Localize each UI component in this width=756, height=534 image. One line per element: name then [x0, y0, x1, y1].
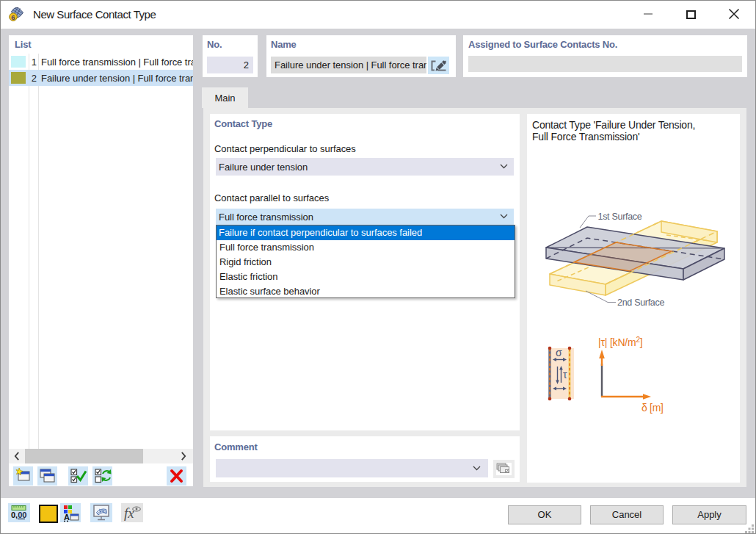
svg-text:2nd Surface: 2nd Surface — [617, 297, 664, 308]
svg-text:τ: τ — [563, 369, 567, 380]
svg-text:σ: σ — [556, 347, 562, 358]
svg-text:δ [m]: δ [m] — [641, 402, 664, 414]
svg-text:0,00: 0,00 — [11, 510, 26, 519]
svg-text:1st Surface: 1st Surface — [598, 212, 642, 222]
svg-text:A: A — [64, 513, 70, 522]
svg-text:6: 6 — [11, 13, 15, 21]
svg-text:|τ| [kN/m2]: |τ| [kN/m2] — [598, 336, 643, 348]
